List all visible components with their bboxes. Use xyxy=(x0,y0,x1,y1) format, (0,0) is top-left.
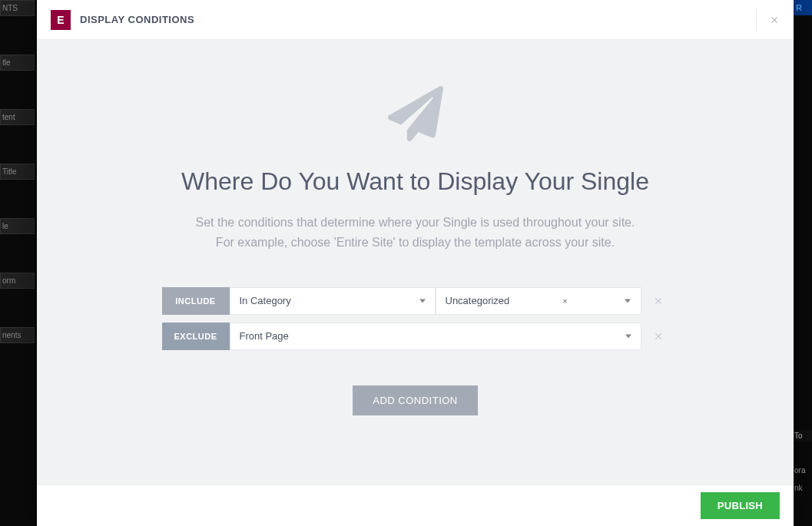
condition-type-select[interactable]: Front Page xyxy=(230,323,641,350)
page-subheading: Set the conditions that determine where … xyxy=(196,213,635,253)
close-icon xyxy=(653,331,664,342)
remove-condition-button[interactable] xyxy=(648,323,669,350)
remove-condition-button[interactable] xyxy=(648,287,669,315)
bg-right-item: nk xyxy=(793,482,812,494)
modal-body: Where Do You Want to Display Your Single… xyxy=(37,40,794,485)
condition-type-select[interactable]: In Category xyxy=(230,287,436,315)
bg-right-item: To xyxy=(793,430,812,442)
condition-row: EXCLUDE Front Page xyxy=(162,323,669,350)
paper-plane-icon xyxy=(388,86,443,144)
bg-sidebar-item: nents xyxy=(0,327,35,343)
close-icon xyxy=(769,15,780,25)
include-badge[interactable]: INCLUDE xyxy=(162,287,230,315)
chevron-down-icon xyxy=(625,333,631,339)
bg-sidebar-item: tent xyxy=(0,109,35,125)
bg-sidebar-item: orm xyxy=(0,273,35,289)
close-button[interactable] xyxy=(756,10,780,30)
modal-footer: PUBLISH xyxy=(37,485,794,526)
elementor-logo-icon: E xyxy=(51,10,71,30)
bg-right-item: ora xyxy=(793,465,812,476)
clear-selection-icon[interactable]: × xyxy=(562,296,567,306)
condition-row: INCLUDE In Category Uncategorized × xyxy=(162,287,669,315)
add-condition-button[interactable]: ADD CONDITION xyxy=(353,385,478,415)
modal-header: E DISPLAY CONDITIONS xyxy=(37,0,794,40)
close-icon xyxy=(653,296,664,306)
select-value: Uncategorized xyxy=(446,295,510,306)
chevron-down-icon xyxy=(419,298,426,304)
modal-title: DISPLAY CONDITIONS xyxy=(80,14,194,25)
conditions-list: INCLUDE In Category Uncategorized × xyxy=(162,287,669,350)
bg-right-top: R xyxy=(793,0,812,15)
publish-button[interactable]: PUBLISH xyxy=(701,492,780,519)
select-value: Front Page xyxy=(240,330,289,342)
select-value: In Category xyxy=(240,295,291,306)
display-conditions-modal: E DISPLAY CONDITIONS Where Do You Want t… xyxy=(37,0,794,526)
chevron-down-icon xyxy=(625,298,631,304)
bg-sidebar-item: tle xyxy=(0,55,35,71)
bg-sidebar-item: le xyxy=(0,218,35,234)
bg-sidebar-item: Title xyxy=(0,164,35,180)
bg-sidebar: NTS tle tent Title le orm nents xyxy=(0,0,35,526)
exclude-badge[interactable]: EXCLUDE xyxy=(162,323,230,350)
bg-right: R To ora nk xyxy=(793,0,812,526)
condition-value-select[interactable]: Uncategorized × xyxy=(436,287,641,315)
bg-sidebar-item: NTS xyxy=(0,0,35,16)
page-heading: Where Do You Want to Display Your Single xyxy=(181,167,649,196)
